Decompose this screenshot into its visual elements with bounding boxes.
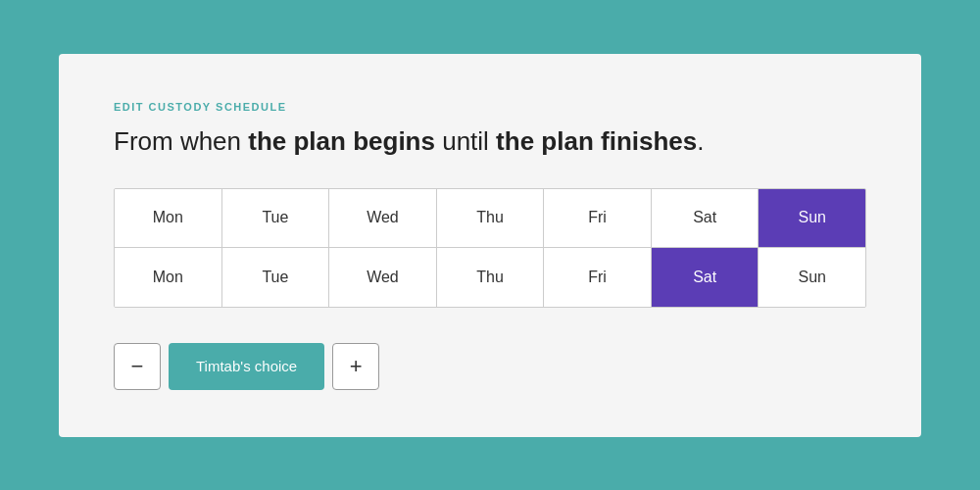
section-label: EDIT CUSTODY SCHEDULE xyxy=(114,101,866,113)
week-row-1: Mon Tue Wed Thu Fri Sat Sun xyxy=(115,189,865,248)
day-sat-2[interactable]: Sat xyxy=(652,248,760,307)
headline-bold-1: the plan begins xyxy=(248,126,435,156)
headline-text-3: . xyxy=(697,126,704,156)
day-tue-1[interactable]: Tue xyxy=(222,189,330,248)
day-mon-1[interactable]: Mon xyxy=(115,189,222,248)
day-wed-1[interactable]: Wed xyxy=(329,189,437,248)
controls: − Timtab's choice + xyxy=(114,343,866,390)
minus-button[interactable]: − xyxy=(114,343,161,390)
week-grid: Mon Tue Wed Thu Fri Sat Sun Mon Tue Wed … xyxy=(114,188,866,308)
headline-text-1: From when xyxy=(114,126,248,156)
choice-button[interactable]: Timtab's choice xyxy=(169,343,324,390)
plus-button[interactable]: + xyxy=(332,343,379,390)
day-wed-2[interactable]: Wed xyxy=(329,248,437,307)
day-sun-1[interactable]: Sun xyxy=(759,189,865,248)
headline-bold-2: the plan finishes xyxy=(496,126,697,156)
day-sun-2[interactable]: Sun xyxy=(759,248,865,307)
day-sat-1[interactable]: Sat xyxy=(652,189,760,248)
day-fri-1[interactable]: Fri xyxy=(544,189,652,248)
day-thu-2[interactable]: Thu xyxy=(437,248,545,307)
headline: From when the plan begins until the plan… xyxy=(114,126,866,157)
day-fri-2[interactable]: Fri xyxy=(544,248,652,307)
headline-text-2: until xyxy=(435,126,496,156)
day-tue-2[interactable]: Tue xyxy=(222,248,330,307)
week-row-2: Mon Tue Wed Thu Fri Sat Sun xyxy=(115,248,865,307)
main-card: EDIT CUSTODY SCHEDULE From when the plan… xyxy=(59,54,921,437)
day-mon-2[interactable]: Mon xyxy=(115,248,222,307)
day-thu-1[interactable]: Thu xyxy=(437,189,545,248)
